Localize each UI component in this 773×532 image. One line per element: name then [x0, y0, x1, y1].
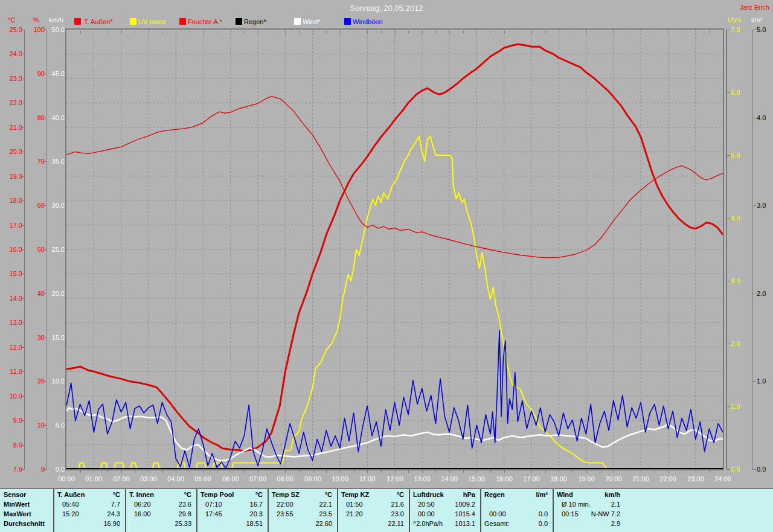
- y-axis-tick-label: 2.0: [731, 341, 749, 347]
- y-axis-tick: [752, 293, 756, 294]
- page-title: Sonntag, 20.05.2012: [0, 4, 773, 13]
- y-axis-tick: [726, 218, 730, 219]
- table-cell-avg-value: 16.90: [58, 520, 120, 527]
- x-axis-tick-bottom: [367, 470, 368, 473]
- legend-swatch-5: [294, 18, 301, 25]
- x-axis-label: 08:00: [273, 476, 297, 482]
- y-axis-line: [726, 30, 727, 469]
- y-axis-tick-label: 2.0: [757, 290, 773, 297]
- axis-unit-uv-index: UV-I: [728, 16, 740, 24]
- x-axis-tick-bottom: [696, 470, 696, 473]
- y-axis-tick-label: 20.0: [2, 149, 22, 155]
- x-axis-label: 23:00: [684, 476, 708, 482]
- x-axis-tick-bottom: [641, 470, 641, 473]
- watermark-author: Jarz Erich: [740, 4, 769, 11]
- axis-unit-kmh: km/h: [49, 16, 63, 24]
- x-axis-tick-bottom: [203, 470, 204, 473]
- table-cell-max-value: 23.0: [342, 510, 404, 518]
- x-axis-tick-bottom: [518, 470, 518, 473]
- x-axis-label: 12:00: [383, 476, 407, 482]
- table-cell-min-value: 2.1: [557, 501, 620, 508]
- y-axis-tick-label: 14.0: [2, 295, 22, 302]
- legend-label: Wind*: [303, 18, 320, 25]
- x-axis-tick-bottom: [463, 470, 464, 473]
- y-axis-tick-label: 30.0: [44, 202, 65, 209]
- x-axis-tick-bottom: [668, 470, 669, 473]
- table-cell-header-value: °C: [272, 491, 332, 498]
- y-axis-tick-label: 13.0: [2, 319, 22, 326]
- y-axis-tick: [752, 30, 756, 30]
- x-axis-tick-bottom: [244, 470, 245, 473]
- x-axis-tick-bottom: [476, 470, 477, 473]
- x-axis-label: 17:00: [519, 476, 544, 482]
- y-axis-tick-label: 10: [24, 422, 45, 429]
- y-axis-tick-label: 7.0: [2, 466, 22, 473]
- table-cell-avg-value: 18.51: [201, 520, 263, 527]
- table-cell-max-value: 23.5: [272, 510, 332, 518]
- y-axis-tick-label: 35.0: [44, 158, 65, 165]
- table-cell-min-value: 1009.2: [414, 501, 475, 508]
- table-cell-max-value: 0.0: [485, 510, 548, 518]
- x-axis-tick-bottom: [326, 470, 327, 473]
- x-axis-tick-bottom: [559, 470, 559, 473]
- y-axis-tick-label: 9.0: [2, 417, 22, 424]
- x-axis-label: 07:00: [246, 476, 270, 482]
- table-cell-max-value: 24.3: [58, 510, 120, 518]
- y-axis-tick-label: 1.0: [731, 403, 749, 410]
- legend-swatch-2: [130, 18, 136, 25]
- table-row-label: MaxWert: [4, 510, 31, 518]
- table-divider: [268, 489, 269, 532]
- y-axis-tick-label: 24.0: [2, 51, 22, 57]
- y-axis-tick-label: 25.0: [2, 27, 22, 33]
- y-axis-tick: [752, 118, 756, 118]
- table-cell-max-value: 1015.4: [414, 510, 475, 518]
- legend-label: T. Außen*: [84, 18, 113, 25]
- y-axis-tick-label: 19.0: [2, 173, 22, 180]
- table-cell-min-value: 23.6: [130, 501, 191, 508]
- x-axis-label: 14:00: [437, 476, 461, 482]
- y-axis-tick-label: 1.0: [757, 378, 773, 385]
- x-axis-label: 24:00: [711, 476, 735, 482]
- table-divider: [553, 489, 554, 532]
- table-cell-header-value: °C: [58, 491, 120, 498]
- y-axis-tick-label: 16.0: [2, 246, 22, 253]
- x-axis-tick-bottom: [162, 470, 163, 473]
- y-axis-tick-label: 18.0: [2, 197, 22, 204]
- table-divider: [409, 489, 410, 532]
- x-axis-tick-bottom: [449, 470, 450, 473]
- y-axis-tick-label: 50: [24, 246, 45, 253]
- x-axis-label: 21:00: [629, 476, 653, 482]
- x-axis-tick-bottom: [313, 470, 313, 473]
- table-cell-min-value: 7.7: [58, 501, 120, 508]
- axis-unit-percent: %: [33, 16, 39, 24]
- x-axis-label: 09:00: [301, 476, 325, 482]
- y-axis-tick-label: 70: [24, 158, 45, 165]
- x-axis-label: 05:00: [191, 476, 215, 482]
- legend-label: Feuchte A.*: [188, 18, 222, 25]
- legend-swatch-4: [236, 18, 242, 25]
- table-divider: [53, 489, 54, 532]
- x-axis-tick-bottom: [272, 470, 272, 473]
- legend-swatch-1: [74, 18, 81, 25]
- y-axis-tick-label: 15.0: [2, 271, 22, 277]
- table-cell-header-value: l/m²: [485, 491, 548, 498]
- y-axis-tick-label: 4.0: [757, 115, 773, 121]
- x-axis-label: 00:00: [54, 476, 79, 482]
- y-axis-tick-label: 3.0: [757, 202, 773, 209]
- legend-label: Regen*: [244, 18, 266, 25]
- table-divider: [480, 489, 481, 532]
- y-axis-tick-label: 60: [24, 202, 45, 209]
- y-axis-tick: [726, 92, 730, 93]
- x-axis-tick-bottom: [176, 470, 176, 473]
- x-axis-tick-bottom: [490, 470, 491, 473]
- x-axis-label: 04:00: [164, 476, 188, 482]
- x-axis-label: 03:00: [136, 476, 161, 482]
- y-axis-tick-label: 0.0: [44, 466, 65, 473]
- x-axis-label: 11:00: [355, 476, 379, 482]
- x-axis-tick-bottom: [586, 470, 587, 473]
- table-cell-min-value: 16.7: [201, 501, 263, 508]
- x-axis-tick-bottom: [600, 470, 600, 473]
- y-axis-tick-label: 5.0: [731, 152, 749, 159]
- stats-table: SensorMinWertMaxWertDurchschnittT. Außen…: [0, 488, 773, 532]
- table-cell-header-value: °C: [201, 491, 263, 498]
